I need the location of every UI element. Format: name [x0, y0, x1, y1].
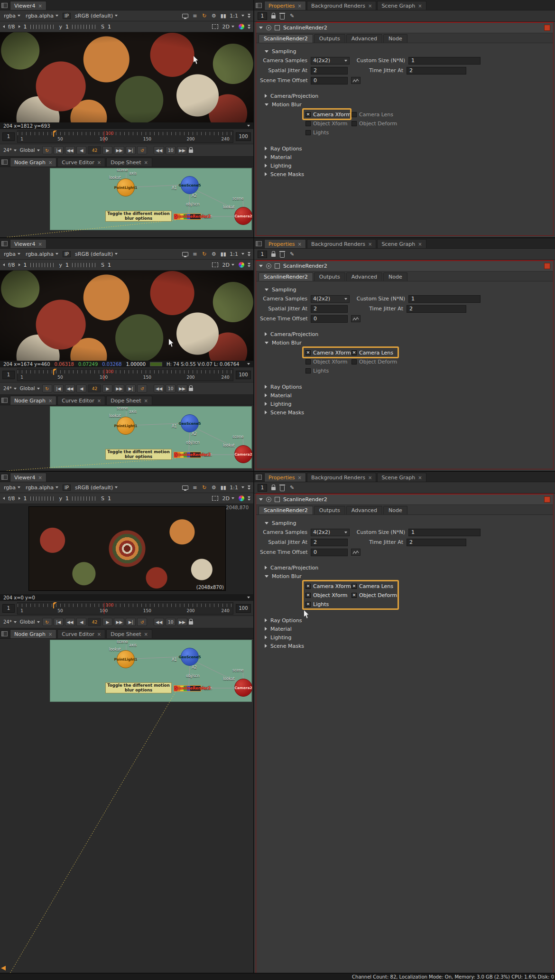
- object-deform-checkbox[interactable]: Object Deform: [352, 119, 399, 128]
- node-geoscene5[interactable]: GeoScene5: [181, 176, 199, 194]
- fast-forward-button[interactable]: ▶▶: [114, 146, 124, 154]
- node-scanlinerender2[interactable]: ScanlineRender2: [174, 214, 201, 220]
- colorspace-dropdown[interactable]: sRGB (default): [74, 484, 119, 491]
- playhead[interactable]: [104, 369, 104, 381]
- tab-node-graph[interactable]: Node Graph ×: [10, 158, 56, 167]
- goto-end-button[interactable]: ▶|: [126, 618, 136, 626]
- close-icon[interactable]: ×: [368, 475, 372, 480]
- close-icon[interactable]: ×: [97, 398, 101, 403]
- tab-scene-graph[interactable]: Scene Graph ×: [377, 239, 426, 248]
- list-icon[interactable]: ≡: [192, 251, 198, 257]
- node-pointlight1[interactable]: PointLight1: [117, 650, 135, 668]
- tab-advanced[interactable]: Advanced: [346, 506, 382, 514]
- sync-icon[interactable]: ↻: [201, 251, 207, 257]
- step-forward-button[interactable]: ▶: [102, 618, 112, 626]
- sticky-note[interactable]: Toggle the different motion blur options: [105, 449, 172, 460]
- tab-properties[interactable]: Properties ×: [264, 473, 306, 482]
- double-chevron-icon[interactable]: [248, 14, 250, 18]
- list-icon[interactable]: ≡: [192, 485, 198, 491]
- fast-rewind-button[interactable]: ◀◀: [65, 146, 75, 154]
- pencil-icon[interactable]: ✎: [289, 13, 295, 19]
- time-jitter-field[interactable]: 2: [407, 305, 466, 313]
- pause-icon[interactable]: ▮▮: [220, 251, 226, 257]
- pencil-icon[interactable]: ✎: [289, 251, 295, 257]
- chevron-down-icon[interactable]: [241, 253, 244, 255]
- node-graph-canvas[interactable]: scene axis lookat A1 A2 scene obj/scn lo…: [0, 167, 253, 237]
- close-icon[interactable]: ×: [298, 475, 302, 480]
- gamma-slider[interactable]: [72, 263, 98, 267]
- gear-icon[interactable]: ⚙: [211, 485, 217, 491]
- range-start-box[interactable]: 1: [2, 371, 15, 379]
- camera-xform-checkbox[interactable]: Camera Xform: [305, 582, 352, 590]
- scene-time-offset-field[interactable]: 0: [311, 315, 348, 323]
- playback-mode-icon[interactable]: ↺: [137, 146, 147, 154]
- float-panel-icon[interactable]: [275, 25, 280, 30]
- camera-lens-checkbox[interactable]: Camera Lens: [352, 348, 399, 357]
- range-start-box[interactable]: 1: [2, 132, 15, 141]
- frame-increment-button[interactable]: ▶▶: [177, 384, 187, 392]
- center-node-icon[interactable]: [266, 497, 271, 502]
- layer-dropdown[interactable]: rgba.alpha: [25, 251, 59, 258]
- frame-increment-button[interactable]: ▶▶: [177, 146, 187, 154]
- close-icon[interactable]: ×: [97, 632, 101, 637]
- frame-step-field[interactable]: 10: [166, 146, 176, 154]
- lock-icon[interactable]: [189, 388, 193, 391]
- fstop-label[interactable]: f/8: [8, 262, 15, 268]
- gear-icon[interactable]: ⚙: [211, 251, 217, 257]
- colorspace-dropdown[interactable]: sRGB (default): [74, 12, 119, 19]
- lights-checkbox[interactable]: Lights: [305, 366, 352, 375]
- goto-start-button[interactable]: |◀: [54, 384, 64, 392]
- group-sampling[interactable]: Sampling: [260, 285, 549, 294]
- current-frame-field[interactable]: 42: [88, 384, 101, 392]
- curve-icon[interactable]: [351, 549, 361, 556]
- trash-icon[interactable]: [280, 252, 285, 258]
- panel-layout-icon[interactable]: [1, 631, 8, 636]
- trash-icon[interactable]: [280, 486, 285, 491]
- node-geoscene5[interactable]: GeoScene5: [181, 414, 199, 432]
- pause-icon[interactable]: ▮▮: [220, 485, 226, 491]
- node-camera2[interactable]: Camera2: [234, 679, 252, 697]
- camera-xform-checkbox[interactable]: Camera Xform: [305, 348, 352, 357]
- spatial-jitter-field[interactable]: 2: [311, 67, 348, 75]
- lock-icon[interactable]: [189, 621, 193, 625]
- tab-node[interactable]: Node: [383, 506, 407, 514]
- goto-end-button[interactable]: ▶|: [126, 146, 136, 154]
- current-frame-field[interactable]: 42: [88, 618, 101, 626]
- chevron-right-icon[interactable]: [18, 497, 20, 500]
- node-color-swatch[interactable]: [544, 25, 550, 31]
- close-icon[interactable]: ×: [97, 160, 101, 165]
- tab-scene-graph[interactable]: Scene Graph ×: [377, 473, 426, 482]
- group-motion-blur[interactable]: Motion Blur: [260, 572, 549, 580]
- tab-node-graph[interactable]: Node Graph ×: [10, 396, 56, 405]
- close-icon[interactable]: ×: [48, 398, 52, 403]
- playhead[interactable]: [104, 131, 104, 142]
- tab-background-renders[interactable]: Background Renders ×: [307, 1, 376, 10]
- chevron-down-icon[interactable]: [241, 486, 244, 488]
- group-scene-masks[interactable]: Scene Masks: [260, 408, 549, 417]
- chevron-right-icon[interactable]: [18, 263, 20, 266]
- chevron-down-icon[interactable]: [247, 363, 250, 365]
- frame-decrement-button[interactable]: ◀◀: [154, 146, 164, 154]
- loop-icon[interactable]: ↻: [42, 384, 52, 392]
- saturation-value[interactable]: 1: [108, 24, 111, 30]
- step-forward-button[interactable]: ▶: [102, 384, 112, 392]
- node-pointlight1[interactable]: PointLight1: [117, 417, 135, 435]
- camera-lens-checkbox[interactable]: Camera Lens: [352, 110, 399, 119]
- group-scene-masks[interactable]: Scene Masks: [260, 170, 549, 178]
- custom-size-field[interactable]: 1: [408, 57, 481, 65]
- tab-advanced[interactable]: Advanced: [346, 34, 382, 43]
- tab-dope-sheet[interactable]: Dope Sheet ×: [106, 396, 152, 405]
- tab-outputs[interactable]: Outputs: [314, 272, 345, 281]
- sync-icon[interactable]: ↻: [201, 13, 207, 19]
- chevron-right-icon[interactable]: [18, 25, 20, 28]
- time-jitter-field[interactable]: 2: [407, 67, 466, 75]
- roi-icon[interactable]: [212, 24, 218, 29]
- panel-layout-icon[interactable]: [1, 159, 8, 165]
- zoom-ratio-label[interactable]: 1:1: [230, 485, 238, 491]
- lights-checkbox[interactable]: Lights: [305, 600, 352, 608]
- curve-icon[interactable]: [351, 77, 361, 84]
- group-camera-projection[interactable]: Camera/Projection: [260, 92, 549, 100]
- saturation-value[interactable]: 1: [108, 262, 111, 268]
- panel-layout-icon[interactable]: [1, 241, 8, 246]
- tab-scanlinerender2[interactable]: ScanlineRender2: [259, 34, 313, 43]
